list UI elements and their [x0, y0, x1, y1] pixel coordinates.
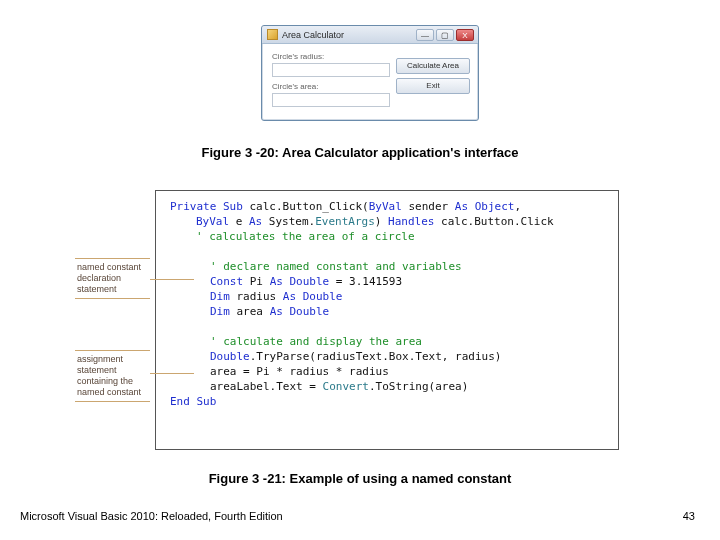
app-icon [267, 29, 278, 40]
maximize-button[interactable]: ▢ [436, 29, 454, 41]
exit-button[interactable]: Exit [396, 78, 470, 94]
minimize-button[interactable]: — [416, 29, 434, 41]
figure-caption-1: Figure 3 -20: Area Calculator applicatio… [0, 145, 720, 160]
annotation-1: named constant declaration statement [75, 258, 150, 299]
figure-caption-2: Figure 3 -21: Example of using a named c… [0, 471, 720, 486]
footer-text: Microsoft Visual Basic 2010: Reloaded, F… [20, 510, 283, 522]
calculate-button[interactable]: Calculate Area [396, 58, 470, 74]
code-block: Private Sub calc.Button_Click(ByVal send… [155, 190, 619, 450]
window-title: Area Calculator [282, 30, 344, 40]
annotation-1-connector [150, 279, 194, 280]
page-number: 43 [683, 510, 695, 522]
radius-label: Circle's radius: [272, 52, 390, 61]
area-label: Circle's area: [272, 82, 390, 91]
radius-input[interactable] [272, 63, 390, 77]
annotation-2-connector [150, 373, 194, 374]
area-output [272, 93, 390, 107]
window-titlebar: Area Calculator — ▢ X [262, 26, 478, 44]
area-calculator-window: Area Calculator — ▢ X Circle's radius: C… [261, 25, 479, 121]
close-button[interactable]: X [456, 29, 474, 41]
annotation-2: assignment statement containing the name… [75, 350, 150, 402]
